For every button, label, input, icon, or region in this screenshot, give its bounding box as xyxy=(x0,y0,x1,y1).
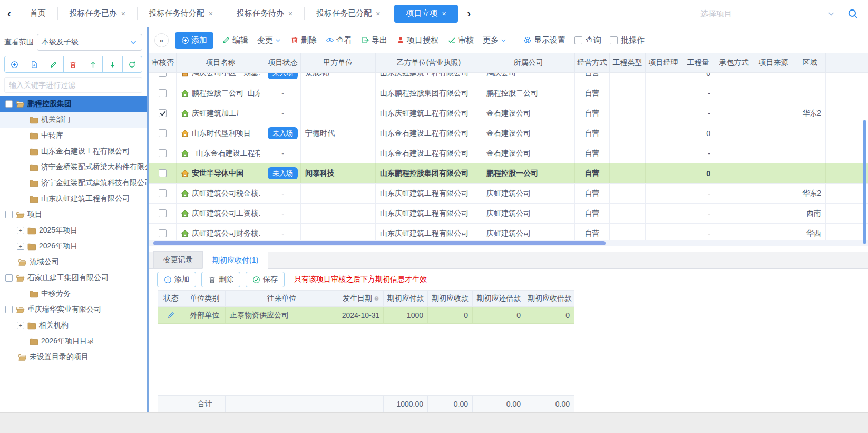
project-select[interactable] xyxy=(700,4,859,23)
detail-delete-button[interactable]: 删除 xyxy=(201,272,240,287)
tree-delete-button[interactable] xyxy=(64,56,83,72)
tree-filter-input[interactable] xyxy=(4,77,142,93)
column-header-项目状态[interactable]: 项目状态 xyxy=(265,53,301,72)
tree-item-鹏程控股集团[interactable]: −鹏程控股集团 xyxy=(0,96,147,112)
search-icon[interactable] xyxy=(847,8,859,20)
tree-item-2026年项目[interactable]: +2026年项目 xyxy=(0,238,147,254)
tree-item-项目[interactable]: −项目 xyxy=(0,207,147,223)
column-header-期初应收借款[interactable]: 期初应收借款 xyxy=(525,291,574,306)
page-bottom-scrollbar[interactable] xyxy=(0,412,868,433)
column-header-审核否[interactable]: 审核否 xyxy=(149,53,177,72)
tab-close-icon[interactable]: × xyxy=(121,9,125,18)
column-header-甲方单位[interactable]: 甲方单位 xyxy=(301,53,376,72)
tree-item-机关部门[interactable]: 机关部门 xyxy=(0,112,147,128)
project-row[interactable]: _山东金石建设工程有…-山东金石建设工程有限公司金石建设公司自营- xyxy=(149,143,868,163)
opening-balance-row[interactable]: 外部单位正泰物资供应公司2024-10-311000000 xyxy=(158,307,574,324)
column-header-承包方式[interactable]: 承包方式 xyxy=(715,53,753,72)
export-button[interactable]: 导出 xyxy=(361,35,387,45)
row-checkbox[interactable] xyxy=(159,109,167,117)
project-row[interactable]: 庆虹建筑公司财务核…-山东庆虹建筑工程有限公司庆虹建筑公司自营-华西 xyxy=(149,224,868,240)
row-checkbox[interactable] xyxy=(159,89,167,97)
tab-首页[interactable]: 首页 xyxy=(18,7,58,20)
tab-close-icon[interactable]: × xyxy=(442,9,446,18)
tree-move-up-button[interactable] xyxy=(83,56,103,72)
tree-item-重庆瑞华实业有限公司[interactable]: −重庆瑞华实业有限公司 xyxy=(0,302,147,317)
tab-投标任务已分配[interactable]: 投标任务已分配× xyxy=(305,7,392,20)
column-header-所属公司[interactable]: 所属公司 xyxy=(482,53,575,72)
display-settings-button[interactable]: 显示设置 xyxy=(523,35,565,45)
row-checkbox[interactable] xyxy=(159,189,167,197)
tab-投标任务待办[interactable]: 投标任务待办× xyxy=(225,7,305,20)
project-row[interactable]: 庆虹建筑加工厂-山东庆虹建筑工程有限公司金石建设公司自营-华东2 xyxy=(149,103,868,123)
project-row[interactable]: 庆虹建筑公司工资核…-山东庆虹建筑工程有限公司庆虹建筑公司自营-西南 xyxy=(149,204,868,224)
tree-item-石家庄建工集团有限公司[interactable]: −石家庄建工集团有限公司 xyxy=(0,270,147,286)
more-button[interactable]: 更多 xyxy=(483,35,507,45)
tree-add-doc-button[interactable] xyxy=(24,56,44,72)
row-checkbox[interactable] xyxy=(159,209,167,217)
column-header-期初应收款[interactable]: 期初应收款 xyxy=(428,291,473,306)
row-checkbox[interactable] xyxy=(159,149,167,157)
audit-button[interactable]: 审核 xyxy=(447,35,474,45)
collapse-node-icon[interactable]: − xyxy=(5,100,13,108)
detail-save-button[interactable]: 保存 xyxy=(246,272,285,287)
tab-close-icon[interactable]: × xyxy=(288,9,292,18)
tree-item-流域公司[interactable]: 流域公司 xyxy=(0,254,147,270)
tab-项目立项[interactable]: 项目立项× xyxy=(394,5,457,23)
project-row[interactable]: 安世半导体中国未入场闻泰科技山东鹏程控股集团有限公司鹏程控股一公司自营0 xyxy=(149,163,868,184)
tree-move-down-button[interactable] xyxy=(103,56,122,72)
column-header-工程类型[interactable]: 工程类型 xyxy=(610,53,646,72)
tree-item-中转库[interactable]: 中转库 xyxy=(0,128,147,143)
tree-add-button[interactable] xyxy=(5,56,24,72)
column-header-乙方单位(营业执照)[interactable]: 乙方单位(营业执照) xyxy=(376,53,482,72)
project-row[interactable]: 山东时代垦利项目未入场宁德时代山东金石建设工程有限公司金石建设公司自营0 xyxy=(149,123,868,143)
horizontal-scrollbar[interactable] xyxy=(149,240,868,246)
tree-item-山东金石建设工程有限公司[interactable]: 山东金石建设工程有限公司 xyxy=(0,143,147,159)
edit-pencil-icon[interactable] xyxy=(167,311,175,319)
change-button[interactable]: 变更 xyxy=(257,35,281,45)
collapse-node-icon[interactable]: − xyxy=(5,274,13,282)
column-header-项目来源[interactable]: 项目来源 xyxy=(753,53,794,72)
scope-select[interactable]: 本级及子级 xyxy=(37,34,142,51)
expand-node-icon[interactable]: + xyxy=(17,227,24,234)
tree-item-2025年项目[interactable]: +2025年项目 xyxy=(0,223,147,238)
help-icon[interactable]: ? xyxy=(374,295,379,302)
collapse-sidebar-button[interactable]: « xyxy=(154,33,169,47)
row-checkbox[interactable] xyxy=(159,129,167,137)
detail-tab-变更记录[interactable]: 变更记录 xyxy=(153,251,203,268)
view-button[interactable]: 查看 xyxy=(326,35,352,45)
column-header-项目名称[interactable]: 项目名称 xyxy=(177,53,265,72)
delete-button[interactable]: 删除 xyxy=(290,35,317,45)
row-checkbox[interactable] xyxy=(159,229,167,237)
expand-node-icon[interactable]: + xyxy=(17,243,24,250)
tree-item-未设置目录的项目[interactable]: 未设置目录的项目 xyxy=(0,349,147,365)
add-project-button[interactable]: 添加 xyxy=(175,32,213,49)
row-checkbox[interactable] xyxy=(159,169,167,177)
chevron-down-icon[interactable] xyxy=(827,9,835,18)
tab-投标任务待分配[interactable]: 投标任务待分配× xyxy=(138,7,225,20)
column-header-往来单位[interactable]: 往来单位 xyxy=(226,291,338,306)
detail-tab-期初应收付(1)[interactable]: 期初应收付(1) xyxy=(202,252,268,269)
column-header-期初应还借款[interactable]: 期初应还借款 xyxy=(473,291,525,306)
column-header-经营方式[interactable]: 经营方式 xyxy=(575,53,610,72)
tree-item-中移劳务[interactable]: 中移劳务 xyxy=(0,286,147,302)
query-checkbox[interactable]: 查询 xyxy=(574,35,601,45)
tab-投标任务已办[interactable]: 投标任务已办× xyxy=(58,7,138,20)
project-authorize-button[interactable]: 项目授权 xyxy=(396,35,438,45)
collapse-node-icon[interactable]: − xyxy=(5,306,13,313)
tabs-scroll-left-icon[interactable]: ‹ xyxy=(0,7,18,20)
tree-refresh-button[interactable] xyxy=(123,56,142,72)
tabs-scroll-right-icon[interactable]: › xyxy=(460,7,479,20)
tree-item-济宁金虹装配式建筑科技有限公司[interactable]: 济宁金虹装配式建筑科技有限公司 xyxy=(0,175,147,191)
column-header-期初应付款[interactable]: 期初应付款 xyxy=(384,291,428,306)
horizontal-scrollbar-thumb[interactable] xyxy=(153,241,606,245)
tab-close-icon[interactable]: × xyxy=(209,9,213,18)
project-select-input[interactable] xyxy=(700,9,827,18)
tab-close-icon[interactable]: × xyxy=(376,9,380,18)
project-row[interactable]: 鸿庆公司小区一期基…未入场众成地产山东庆虹建筑工程有限公司鸿庆公司自营0 xyxy=(149,73,868,83)
tree-item-相关机构[interactable]: +相关机构 xyxy=(0,317,147,333)
column-header-项目经理[interactable]: 项目经理 xyxy=(646,53,681,72)
expand-node-icon[interactable]: + xyxy=(17,322,24,329)
tree-item-山东庆虹建筑工程有限公司[interactable]: 山东庆虹建筑工程有限公司 xyxy=(0,191,147,207)
column-header-区域[interactable]: 区域 xyxy=(794,53,826,72)
row-checkbox[interactable] xyxy=(159,73,167,77)
